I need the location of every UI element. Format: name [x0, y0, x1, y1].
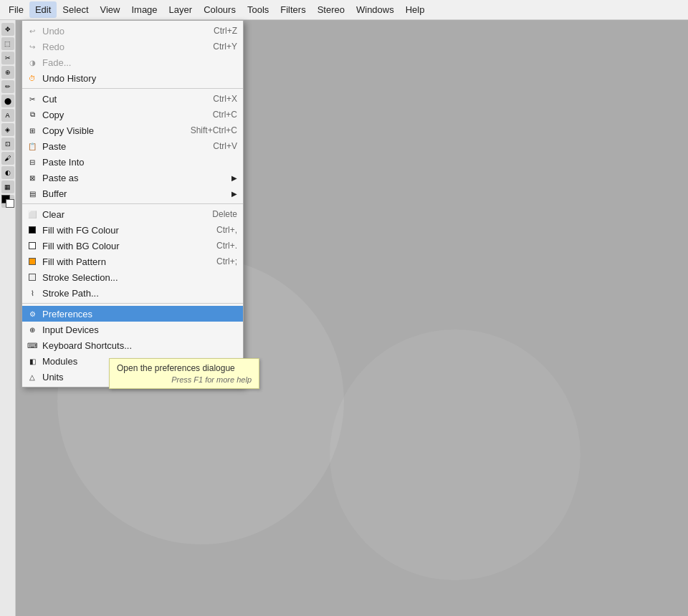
fill-pattern-icon: [27, 256, 38, 267]
menu-item-undo-history[interactable]: ⏱ Undo History: [22, 70, 243, 86]
fade-icon: ◑: [27, 57, 38, 68]
menu-item-cut-shortcut: Ctrl+X: [199, 94, 237, 104]
menu-item-preferences-label: Preferences: [42, 309, 237, 319]
menu-item-input-devices[interactable]: ⊕ Input Devices: [22, 322, 243, 337]
menu-item-undo-label: Undo: [42, 26, 199, 37]
copy-visible-icon: ⊞: [27, 125, 38, 136]
menu-item-preferences[interactable]: ⚙ Preferences: [22, 306, 243, 322]
tool-8[interactable]: ◈: [1, 123, 14, 136]
toolbox: ✥ ⬚ ✂ ⊕ ✏ ⬤ A ◈ ⊡ 🖌 ◐ ▦: [0, 20, 16, 616]
separator-1: [22, 88, 243, 89]
undo-history-icon: ⏱: [27, 72, 38, 84]
tooltip-main-text: Open the preferences dialogue: [117, 363, 252, 373]
undo-icon: ↩: [27, 25, 38, 37]
menu-item-stroke-path[interactable]: ⌇ Stroke Path...: [22, 285, 243, 301]
menu-item-cut-label: Cut: [42, 94, 199, 105]
menu-item-fill-bg[interactable]: Fill with BG Colour Ctrl+.: [22, 238, 243, 254]
tool-3[interactable]: ✂: [1, 52, 14, 64]
menu-item-undo-history-label: Undo History: [42, 73, 237, 84]
tool-2[interactable]: ⬚: [1, 37, 14, 50]
menu-item-clear[interactable]: ⬜ Clear Delete: [22, 206, 243, 222]
bg-decoration-2: [330, 329, 580, 580]
tool-12[interactable]: ▦: [1, 181, 14, 193]
menu-item-undo-shortcut: Ctrl+Z: [199, 26, 237, 36]
buffer-arrow: ▶: [231, 190, 237, 198]
separator-2: [22, 203, 243, 204]
menubar-item-colours[interactable]: Colours: [198, 1, 242, 18]
stroke-path-icon: ⌇: [27, 287, 38, 299]
tooltip-hint-text: Press F1 for more help: [117, 375, 252, 384]
menu-item-keyboard-shortcuts[interactable]: ⌨ Keyboard Shortcuts...: [22, 337, 243, 353]
menubar-item-view[interactable]: View: [95, 1, 126, 18]
menu-item-clear-label: Clear: [42, 209, 198, 220]
menu-item-copy-shortcut: Ctrl+C: [199, 110, 237, 120]
menu-item-paste-into[interactable]: ⊟ Paste Into: [22, 154, 243, 170]
tool-7[interactable]: A: [1, 109, 14, 122]
menu-item-paste-shortcut: Ctrl+V: [199, 141, 237, 151]
menu-item-stroke-path-label: Stroke Path...: [42, 288, 237, 299]
menubar-item-stereo[interactable]: Stereo: [312, 1, 350, 18]
tool-11[interactable]: ◐: [1, 166, 14, 179]
paste-as-arrow: ▶: [231, 174, 237, 182]
menubar-item-edit[interactable]: Edit: [29, 1, 57, 18]
menubar-item-tools[interactable]: Tools: [242, 1, 274, 18]
menu-item-cut[interactable]: ✂ Cut Ctrl+X: [22, 91, 243, 107]
menu-item-paste-label: Paste: [42, 141, 199, 152]
fill-bg-icon: [27, 240, 38, 251]
menu-item-copy[interactable]: ⧉ Copy Ctrl+C: [22, 107, 243, 122]
menu-item-copy-visible[interactable]: ⊞ Copy Visible Shift+Ctrl+C: [22, 122, 243, 138]
menubar-item-layer[interactable]: Layer: [163, 1, 199, 18]
paste-into-icon: ⊟: [27, 156, 38, 168]
tool-fg-bg[interactable]: [1, 195, 14, 208]
menu-item-stroke-selection[interactable]: Stroke Selection...: [22, 269, 243, 285]
clear-icon: ⬜: [27, 208, 38, 220]
tool-4[interactable]: ⊕: [1, 66, 14, 79]
menubar-item-windows[interactable]: Windows: [350, 1, 400, 18]
menu-item-fill-pattern-label: Fill with Pattern: [42, 256, 202, 267]
menu-item-paste-as-label: Paste as: [42, 173, 231, 183]
menu-item-buffer-label: Buffer: [42, 188, 231, 199]
menubar-item-filters[interactable]: Filters: [274, 1, 311, 18]
menu-item-fill-bg-label: Fill with BG Colour: [42, 241, 202, 251]
menu-item-fill-fg[interactable]: Fill with FG Colour Ctrl+,: [22, 222, 243, 238]
modules-icon: ◧: [27, 355, 38, 367]
menu-item-copy-visible-shortcut: Shift+Ctrl+C: [176, 125, 237, 135]
menu-item-paste-into-label: Paste Into: [42, 157, 237, 168]
tool-10[interactable]: 🖌: [1, 152, 14, 165]
separator-3: [22, 303, 243, 304]
menubar-item-help[interactable]: Help: [400, 1, 431, 18]
tool-9[interactable]: ⊡: [1, 138, 14, 150]
tool-6[interactable]: ⬤: [1, 95, 14, 107]
menu-item-copy-visible-label: Copy Visible: [42, 125, 176, 136]
menu-item-paste[interactable]: 📋 Paste Ctrl+V: [22, 138, 243, 154]
fill-fg-icon: [27, 224, 38, 236]
paste-icon: 📋: [27, 140, 38, 152]
menubar-item-image[interactable]: Image: [125, 1, 163, 18]
menubar-item-select[interactable]: Select: [57, 1, 94, 18]
menu-item-stroke-selection-label: Stroke Selection...: [42, 272, 237, 283]
menubar-item-file[interactable]: File: [3, 1, 29, 18]
menu-item-undo[interactable]: ↩ Undo Ctrl+Z: [22, 23, 243, 39]
keyboard-shortcuts-icon: ⌨: [27, 340, 38, 351]
copy-icon: ⧉: [27, 109, 38, 120]
menu-item-input-devices-label: Input Devices: [42, 324, 237, 335]
menu-item-fade-label: Fade...: [42, 57, 237, 68]
menubar: File Edit Select View Image Layer Colour…: [0, 0, 688, 20]
menu-item-keyboard-shortcuts-label: Keyboard Shortcuts...: [42, 340, 237, 351]
menu-item-buffer[interactable]: ▤ Buffer ▶: [22, 186, 243, 201]
paste-as-icon: ⊠: [27, 172, 38, 183]
menu-item-redo[interactable]: ↪ Redo Ctrl+Y: [22, 39, 243, 54]
buffer-icon: ▤: [27, 188, 38, 199]
menu-item-fill-pattern-shortcut: Ctrl+;: [202, 256, 237, 266]
menu-item-paste-as[interactable]: ⊠ Paste as ▶: [22, 170, 243, 186]
menu-item-copy-label: Copy: [42, 110, 199, 120]
menu-item-fill-pattern[interactable]: Fill with Pattern Ctrl+;: [22, 254, 243, 269]
menu-item-fade[interactable]: ◑ Fade...: [22, 54, 243, 70]
cut-icon: ✂: [27, 93, 38, 105]
menu-item-redo-shortcut: Ctrl+Y: [199, 42, 237, 52]
tool-5[interactable]: ✏: [1, 80, 14, 93]
menu-item-redo-label: Redo: [42, 42, 199, 52]
tooltip-preferences: Open the preferences dialogue Press F1 f…: [109, 358, 259, 389]
menu-item-fill-bg-shortcut: Ctrl+.: [202, 241, 237, 251]
tool-1[interactable]: ✥: [1, 23, 14, 36]
